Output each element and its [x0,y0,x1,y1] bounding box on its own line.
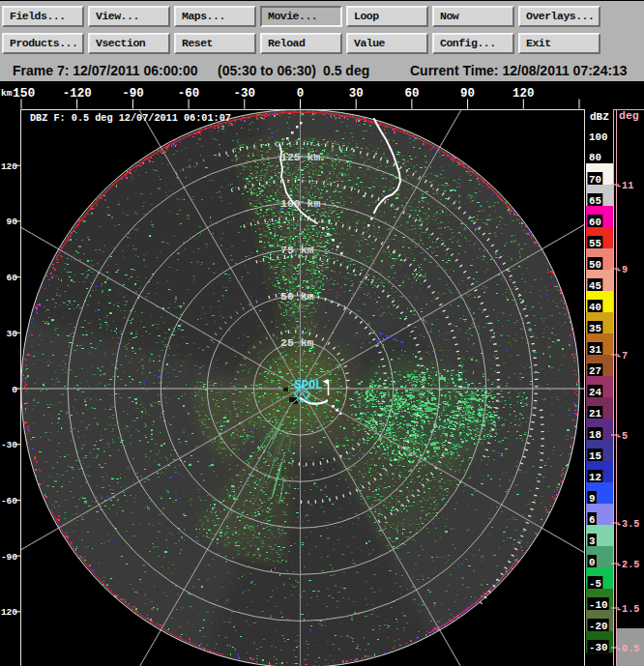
svg-text:15: 15 [589,450,601,462]
svg-text:50 km: 50 km [280,290,314,303]
svg-text:90: 90 [7,217,18,227]
svg-text:-20: -20 [589,621,607,632]
svg-text:km: km [1,88,13,99]
svg-text:55: 55 [589,238,601,249]
svg-text:0: 0 [297,87,305,101]
svg-text:30: 30 [349,87,364,101]
svg-text:-30: -30 [589,642,607,653]
svg-text:-7: -7 [616,351,628,362]
svg-text:-9: -9 [616,265,628,275]
svg-text:0: 0 [589,557,595,568]
svg-text:-5: -5 [589,578,601,590]
svg-text:-0.5: -0.5 [616,644,639,654]
svg-text:25 km: 25 km [280,336,314,349]
svg-text:-120: -120 [63,87,92,101]
svg-text:45: 45 [589,280,601,292]
svg-text:-1.5: -1.5 [616,604,639,615]
svg-text:60: 60 [404,87,419,101]
svg-text:100: 100 [589,131,607,143]
svg-text:90: 90 [460,87,475,101]
svg-text:40: 40 [589,302,601,313]
svg-text:100 km: 100 km [280,197,321,210]
svg-text:-30: -30 [1,440,17,450]
svg-text:12: 12 [589,472,601,483]
svg-text:60: 60 [589,217,601,228]
svg-text:-90: -90 [1,552,17,563]
svg-text:21: 21 [589,408,601,420]
svg-text:24: 24 [589,387,601,398]
svg-text:3: 3 [589,536,595,547]
svg-text:-60: -60 [1,496,17,507]
svg-text:125 km: 125 km [280,151,321,163]
svg-text:65: 65 [589,195,601,207]
svg-text:DBZ F: 0.5 deg 12/07/2011 06:0: DBZ F: 0.5 deg 12/07/2011 06:01:07 [30,113,231,124]
svg-text:dBZ: dBZ [590,111,609,123]
svg-text:50: 50 [589,259,601,271]
svg-text:-3.5: -3.5 [616,519,639,530]
svg-text:150: 150 [13,86,36,101]
svg-text:-90: -90 [122,87,144,101]
svg-text:27: 27 [589,365,601,377]
svg-text:deg: deg [619,109,639,122]
svg-text:120: 120 [1,161,17,172]
svg-text:0: 0 [12,385,17,395]
svg-text:35: 35 [589,323,601,334]
svg-text:-10: -10 [589,599,607,611]
svg-text:70: 70 [589,174,601,186]
svg-text:-5: -5 [616,431,628,442]
svg-text:18: 18 [589,429,601,441]
svg-text:6: 6 [589,514,595,526]
svg-text:9: 9 [589,493,595,505]
svg-text:-120: -120 [0,607,17,618]
svg-text:-60: -60 [178,87,200,101]
svg-text:75 km: 75 km [280,244,314,256]
svg-text:-2.5: -2.5 [616,560,639,570]
svg-text:31: 31 [589,344,601,356]
svg-text:120: 120 [512,87,535,101]
svg-text:80: 80 [589,152,601,163]
svg-text:60: 60 [7,273,18,283]
svg-text:-30: -30 [234,87,256,101]
svg-text:SPOL: SPOL [295,379,323,392]
svg-text:30: 30 [7,329,18,339]
svg-text:-11: -11 [616,181,633,191]
